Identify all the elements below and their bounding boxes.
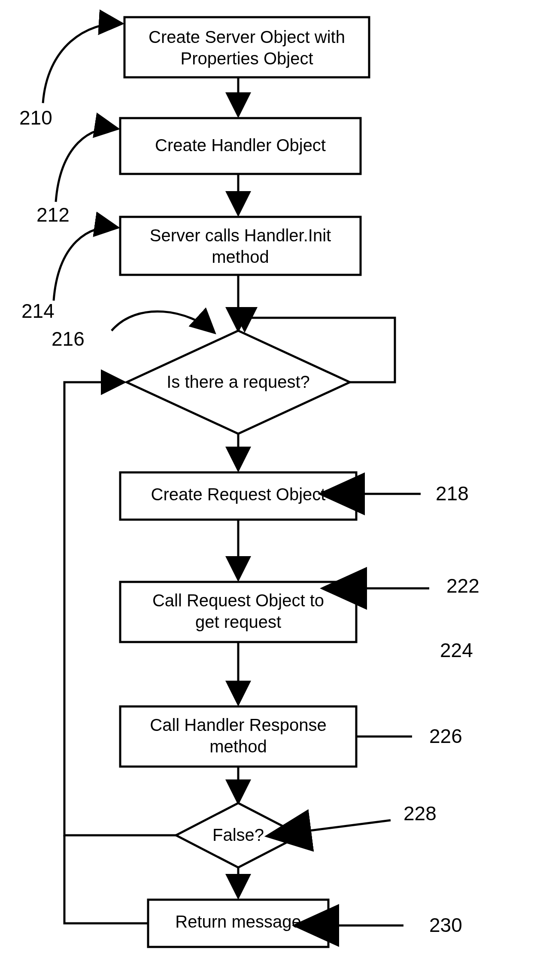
flowchart-svg: Create Server Object with Properties Obj… [0,0,552,980]
svg-text:Return message: Return message [175,912,301,931]
svg-text:method: method [209,737,267,756]
callout-228 [307,820,391,831]
svg-text:Call Handler Response: Call Handler Response [150,715,326,734]
node-false-decision: False? [176,803,300,867]
n222-line2: get request [195,612,281,631]
svg-text:method: method [212,247,269,266]
n226-line1: Call Handler Response [150,715,326,734]
n210-line1: Create Server Object with [149,27,345,46]
ref-216: 216 [52,328,85,350]
node-create-handler-object: Create Handler Object [120,118,361,174]
n214-line1: Server calls Handler.Init [150,226,331,245]
callout-210 [43,24,122,103]
ref-218: 218 [436,482,469,505]
node-call-request-object-get-request: Call Request Object to get request [120,582,356,642]
ref-212: 212 [36,204,70,226]
n226-line2: method [209,737,267,756]
n230-line1: Return message [175,912,301,931]
n214-line2: method [212,247,269,266]
node-create-server-object: Create Server Object with Properties Obj… [124,17,369,77]
svg-text:Server calls Handler.Init: Server calls Handler.Init [150,226,331,245]
node-return-message: Return message [148,900,328,947]
node-create-request-object: Create Request Object [120,472,356,520]
svg-text:Call Request Object to: Call Request Object to [152,591,324,610]
n222-line1: Call Request Object to [152,591,324,610]
ref-230: 230 [429,914,462,936]
svg-text:Create Server Object with: Create Server Object with [149,27,345,46]
n228-line1: False? [212,825,264,844]
svg-text:False?: False? [212,825,264,844]
ref-222: 222 [446,575,479,597]
svg-text:Create Handler Object: Create Handler Object [155,136,326,155]
node-server-calls-handler-init: Server calls Handler.Init method [120,217,361,275]
node-call-handler-response-method: Call Handler Response method [120,706,356,767]
callout-216 [112,311,215,333]
n210-line2: Properties Object [180,49,313,68]
n212-line1: Create Handler Object [155,136,326,155]
n216-line1: Is there a request? [167,372,310,391]
svg-text:get request: get request [195,612,281,631]
node-is-there-a-request: Is there a request? [127,331,350,434]
svg-text:Properties Object: Properties Object [180,49,313,68]
svg-text:Create Request Object: Create Request Object [151,485,326,504]
ref-214: 214 [21,300,55,322]
callout-214 [54,227,118,301]
n218-line1: Create Request Object [151,485,326,504]
ref-224: 224 [440,639,473,661]
ref-210: 210 [19,107,52,129]
callout-212 [56,128,118,202]
svg-text:Is there a request?: Is there a request? [167,372,310,391]
svg-rect-0 [124,17,369,77]
edge-230-loop-join [64,835,148,923]
ref-228: 228 [403,802,437,825]
ref-226: 226 [429,725,462,747]
